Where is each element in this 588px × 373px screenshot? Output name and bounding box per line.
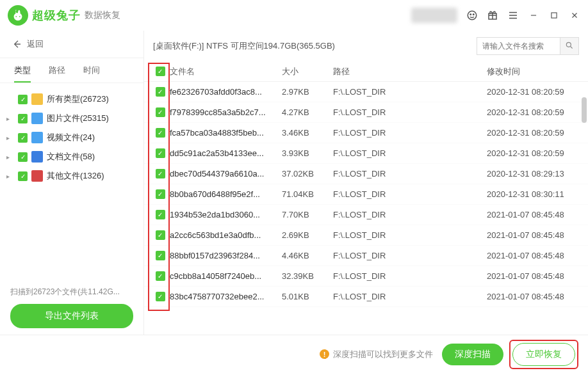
cell-size: 32.39KB (282, 271, 333, 281)
search-input[interactable] (477, 37, 560, 55)
cell-name: 8b0ba670d6488f95e2f... (170, 189, 282, 199)
col-name[interactable]: 文件名 (170, 66, 282, 77)
video-icon (31, 132, 43, 143)
tree-label: 视频文件(24) (47, 132, 95, 143)
cell-path: F:\.LOST_DIR (333, 292, 487, 301)
cell-size: 7.70KB (282, 210, 333, 219)
row-checkbox[interactable]: ✓ (156, 189, 165, 199)
back-button[interactable]: 返回 (0, 31, 143, 58)
cell-mtime: 2020-12-31 08:20:59 (487, 148, 582, 158)
cell-size: 4.46KB (282, 251, 333, 260)
tree-label: 其他文件(1326) (47, 170, 104, 182)
tab-type[interactable]: 类型 (14, 65, 31, 83)
select-all-checkbox[interactable]: ✓ (156, 67, 165, 76)
warning-icon: ! (320, 349, 329, 359)
export-button[interactable]: 导出文件列表 (10, 304, 133, 328)
table-row[interactable]: ✓ 88bbf0157d23963f284... 4.46KB F:\.LOST… (144, 246, 588, 266)
blurred-region (411, 8, 457, 23)
cell-size: 3.46KB (282, 128, 333, 138)
deep-scan-tip: ! 深度扫描可以找到更多文件 (320, 349, 433, 360)
table-row[interactable]: ✓ a2cc6c563bd1e3a0dfb... 2.69KB F:\.LOST… (144, 225, 588, 246)
search-box (477, 37, 579, 55)
row-checkbox[interactable]: ✓ (156, 210, 165, 219)
col-path[interactable]: 路径 (333, 66, 487, 77)
row-checkbox[interactable]: ✓ (156, 271, 165, 281)
scrollbar[interactable] (582, 97, 587, 123)
tree-item[interactable]: ▸ ✓ 文档文件(58) (4, 147, 140, 166)
table-row[interactable]: ✓ c9cbb8a14058f7240eb... 32.39KB F:\.LOS… (144, 266, 588, 287)
row-checkbox[interactable]: ✓ (156, 292, 165, 301)
tree-checkbox[interactable]: ✓ (18, 114, 28, 123)
main-panel: [桌面软件(F:)] NTFS 可用空间194.7GB(365.5GB) ✓ 文… (144, 31, 588, 335)
table-row[interactable]: ✓ dd5c91ac2a53b4133ee... 3.93KB F:\.LOST… (144, 143, 588, 164)
table-row[interactable]: ✓ fe62326703afdd0f3ac8... 2.97KB F:\.LOS… (144, 82, 588, 102)
arrow-left-icon (12, 39, 22, 49)
tree-item[interactable]: ▸ ✓ 其他文件(1326) (4, 166, 140, 186)
cell-size: 2.69KB (282, 230, 333, 240)
svg-point-1 (470, 14, 471, 15)
tab-time[interactable]: 时间 (83, 65, 100, 83)
row-checkbox[interactable]: ✓ (156, 251, 165, 260)
table-row[interactable]: ✓ 1934b53e2da1bd3060... 7.70KB F:\.LOST_… (144, 205, 588, 225)
cell-path: F:\.LOST_DIR (333, 189, 487, 199)
cell-name: f7978399cc85a3a5b2c7... (170, 107, 282, 117)
tree-checkbox[interactable]: ✓ (18, 95, 28, 104)
row-checkbox[interactable]: ✓ (156, 128, 165, 138)
cell-path: F:\.LOST_DIR (333, 128, 487, 138)
cell-size: 37.02KB (282, 169, 333, 179)
close-icon[interactable] (569, 10, 580, 21)
cell-name: dbec70d544379a6610a... (170, 169, 282, 179)
row-checkbox[interactable]: ✓ (156, 107, 165, 117)
cell-path: F:\.LOST_DIR (333, 148, 487, 158)
tree-item[interactable]: ▸ ✓ 视频文件(24) (4, 128, 140, 147)
cell-name: 1934b53e2da1bd3060... (170, 210, 282, 219)
cell-size: 4.27KB (282, 107, 333, 117)
row-checkbox[interactable]: ✓ (156, 230, 165, 240)
brand-text: 超级兔子 (32, 8, 81, 23)
svg-rect-4 (551, 13, 557, 18)
cell-mtime: 2021-01-07 08:45:48 (487, 271, 582, 281)
col-mtime[interactable]: 修改时间 (487, 66, 582, 77)
tab-path[interactable]: 路径 (49, 65, 65, 83)
table-row[interactable]: ✓ 8b0ba670d6488f95e2f... 71.04KB F:\.LOS… (144, 184, 588, 205)
tree-item[interactable]: ▸ ✓ 图片文件(25315) (4, 109, 140, 128)
cell-size: 71.04KB (282, 189, 333, 199)
table-row[interactable]: ✓ 83bc4758770732ebee2... 5.01KB F:\.LOST… (144, 287, 588, 307)
cell-name: dd5c91ac2a53b4133ee... (170, 148, 282, 158)
minimize-icon[interactable] (528, 10, 539, 21)
other-icon (31, 170, 43, 182)
file-table: ✓ 文件名 大小 路径 修改时间 ✓ fe62326703afdd0f3ac8.… (144, 61, 588, 335)
maximize-icon[interactable] (548, 10, 560, 21)
cell-path: F:\.LOST_DIR (333, 87, 487, 97)
gift-icon[interactable] (487, 10, 498, 21)
row-checkbox[interactable]: ✓ (156, 148, 165, 158)
table-row[interactable]: ✓ dbec70d544379a6610a... 37.02KB F:\.LOS… (144, 164, 588, 184)
filter-tabs: 类型 路径 时间 (0, 58, 143, 83)
table-row[interactable]: ✓ f7978399cc85a3a5b2c7... 4.27KB F:\.LOS… (144, 102, 588, 123)
brand-subtitle: 数据恢复 (85, 10, 120, 21)
cell-path: F:\.LOST_DIR (333, 251, 487, 260)
tree-checkbox[interactable]: ✓ (18, 133, 28, 143)
cell-size: 2.97KB (282, 87, 333, 97)
table-row[interactable]: ✓ fca57bca03a4883f5beb... 3.46KB F:\.LOS… (144, 123, 588, 143)
cell-path: F:\.LOST_DIR (333, 271, 487, 281)
cell-size: 3.93KB (282, 148, 333, 158)
tree-item[interactable]: ✓ 所有类型(26723) (4, 90, 140, 109)
cell-mtime: 2021-01-07 08:45:48 (487, 292, 582, 301)
menu-icon[interactable] (507, 10, 519, 21)
cell-name: fe62326703afdd0f3ac8... (170, 87, 282, 97)
feedback-icon[interactable] (466, 10, 478, 21)
row-checkbox[interactable]: ✓ (156, 87, 165, 97)
recover-button[interactable]: 立即恢复 (512, 343, 575, 366)
tree-checkbox[interactable]: ✓ (18, 171, 28, 181)
tree-checkbox[interactable]: ✓ (18, 152, 28, 162)
col-size[interactable]: 大小 (282, 66, 333, 77)
cell-name: 83bc4758770732ebee2... (170, 292, 282, 301)
deep-scan-button[interactable]: 深度扫描 (442, 344, 503, 365)
app-logo (8, 5, 28, 26)
search-button[interactable] (560, 37, 579, 55)
tree-label: 所有类型(26723) (47, 93, 109, 105)
cell-mtime: 2020-12-31 08:20:59 (487, 87, 582, 97)
row-checkbox[interactable]: ✓ (156, 169, 165, 179)
cell-path: F:\.LOST_DIR (333, 169, 487, 179)
